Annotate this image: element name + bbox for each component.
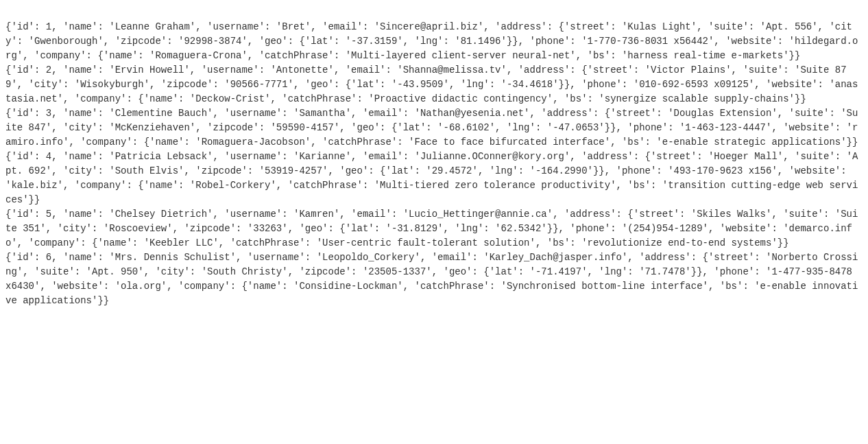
record-5: {'id': 5, 'name': 'Chelsey Dietrich', 'u… bbox=[5, 207, 863, 250]
record-1: {'id': 1, 'name': 'Leanne Graham', 'user… bbox=[5, 20, 863, 63]
record-2: {'id': 2, 'name': 'Ervin Howell', 'usern… bbox=[5, 63, 863, 106]
record-3: {'id': 3, 'name': 'Clementine Bauch', 'u… bbox=[5, 106, 863, 150]
record-6: {'id': 6, 'name': 'Mrs. Dennis Schulist'… bbox=[5, 250, 863, 308]
record-4: {'id': 4, 'name': 'Patricia Lebsack', 'u… bbox=[5, 150, 863, 207]
